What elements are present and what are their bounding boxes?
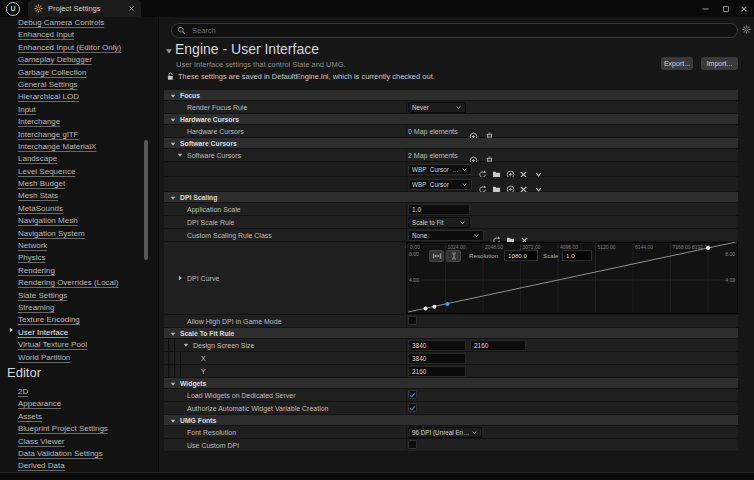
tab-close-icon[interactable]: [128, 5, 135, 12]
category-collapse-icon[interactable]: [170, 117, 176, 123]
row-dpi-scaling[interactable]: DPI Scaling: [164, 192, 738, 203]
category-collapse-icon[interactable]: [170, 331, 176, 337]
minimize-button[interactable]: [697, 0, 714, 17]
section-collapse-icon[interactable]: [165, 47, 173, 55]
sidebar-item-texture-encoding[interactable]: Texture Encoding: [0, 311, 158, 323]
fit-horizontal-button[interactable]: [429, 250, 444, 262]
asset-select[interactable]: WBP_Cursor: [408, 179, 472, 190]
sidebar-item-hierarchical-lod[interactable]: Hierarchical LOD: [0, 88, 158, 100]
row-widgets[interactable]: Widgets: [164, 378, 738, 389]
svg-text:8.00: 8.00: [409, 251, 419, 257]
sidebar-item-data-validation-settings[interactable]: Data Validation Settings: [0, 445, 158, 457]
chevron-down-icon: [455, 104, 462, 111]
svg-text:8.00: 8.00: [725, 251, 735, 257]
search-bar[interactable]: [171, 23, 738, 38]
asset-select[interactable]: WBP_Cursor_Default: [408, 164, 472, 175]
sidebar-item-blueprint-project-settings[interactable]: Blueprint Project Settings: [0, 420, 158, 432]
value-input[interactable]: [470, 340, 526, 351]
sidebar-item-mesh-budget[interactable]: Mesh Budget: [0, 175, 158, 187]
sidebar-item-assets[interactable]: Assets: [0, 408, 158, 420]
sidebar-item-user-interface[interactable]: User Interface: [0, 324, 158, 336]
value-cell: [406, 315, 738, 327]
sidebar-item-network[interactable]: Network: [0, 237, 158, 249]
property-label: Y: [201, 365, 206, 378]
row-focus[interactable]: Focus: [164, 90, 738, 101]
row-software-cursors[interactable]: Software Cursors: [164, 138, 738, 149]
chevron-down-icon: [459, 219, 466, 226]
sidebar-item-streaming[interactable]: Streaming: [0, 299, 158, 311]
sidebar-item-mesh-stats[interactable]: Mesh Stats: [0, 187, 158, 199]
dropdown-render-focus-rule[interactable]: Never: [408, 102, 466, 113]
sidebar-item-metasounds[interactable]: MetaSounds: [0, 200, 158, 212]
class-select[interactable]: None: [408, 230, 484, 241]
property-label: Use Custom DPI: [187, 439, 239, 452]
dpi-curve-editor[interactable]: 0.001024.002048.003072.004096.005120.006…: [406, 242, 738, 314]
sidebar-item-rendering-overrides-local[interactable]: Rendering Overrides (Local): [0, 274, 158, 286]
category-collapse-icon[interactable]: [170, 141, 176, 147]
value-cell: 0 Map elements: [406, 125, 738, 137]
checkbox[interactable]: [408, 403, 417, 412]
expander-icon[interactable]: [183, 342, 189, 348]
page-subtitle: User Interface settings that control Sla…: [176, 60, 346, 69]
export-button[interactable]: Export...: [661, 57, 693, 70]
sidebar-item-landscape[interactable]: Landscape: [0, 150, 158, 162]
sidebar-item-appearance[interactable]: Appearance: [0, 395, 158, 407]
resolution-input[interactable]: [504, 250, 538, 261]
settings-gear-icon[interactable]: [742, 25, 751, 34]
fit-vertical-button[interactable]: [446, 250, 461, 262]
row-hardware-cursors[interactable]: Hardware Cursors: [164, 114, 738, 125]
sidebar-item-general-settings[interactable]: General Settings: [0, 76, 158, 88]
sidebar-item-interchange-materialx[interactable]: Interchange MaterialX: [0, 138, 158, 150]
dropdown-font-resolution[interactable]: 96 DPI (Unreal Engine): [408, 427, 482, 438]
sidebar-item-debug-camera-controls[interactable]: Debug Camera Controls: [0, 17, 158, 26]
row-application-scale: Application Scale: [164, 203, 738, 216]
value-input[interactable]: [408, 204, 470, 215]
sidebar-item-navigation-system[interactable]: Navigation System: [0, 225, 158, 237]
sidebar-item-rendering[interactable]: Rendering: [0, 262, 158, 274]
sidebar-item-input[interactable]: Input: [0, 101, 158, 113]
sidebar-item-garbage-collection[interactable]: Garbage Collection: [0, 64, 158, 76]
expander-icon[interactable]: [177, 275, 183, 281]
sidebar-item-class-viewer[interactable]: Class Viewer: [0, 433, 158, 445]
sidebar-item-enhanced-input[interactable]: Enhanced Input: [0, 26, 158, 38]
sidebar-item-level-sequence[interactable]: Level Sequence: [0, 163, 158, 175]
import-button[interactable]: Import...: [701, 57, 738, 70]
map-elements-count: 0 Map elements: [408, 125, 458, 137]
category-collapse-icon[interactable]: [170, 418, 176, 424]
row-umg-fonts[interactable]: UMG Fonts: [164, 415, 738, 426]
minimize-icon: [701, 4, 710, 13]
sidebar-item-gameplay-debugger[interactable]: Gameplay Debugger: [0, 51, 158, 63]
checkbox[interactable]: [408, 390, 417, 399]
category-collapse-icon[interactable]: [170, 381, 176, 387]
value-input[interactable]: [408, 366, 466, 377]
search-input[interactable]: [190, 25, 732, 36]
sidebar-scrollbar[interactable]: [144, 140, 148, 260]
property-label: Allow High DPI in Game Mode: [187, 315, 282, 328]
sidebar-item-virtual-texture-pool[interactable]: Virtual Texture Pool: [0, 336, 158, 348]
row-scale-to-fit-rule[interactable]: Scale To Fit Rule: [164, 328, 738, 339]
expander-icon[interactable]: [177, 152, 183, 158]
value-input[interactable]: [408, 353, 466, 364]
close-button[interactable]: [735, 0, 752, 17]
sidebar-item-2d[interactable]: 2D: [0, 383, 158, 395]
chevron-down-icon: [473, 232, 480, 239]
sidebar-item-derived-data[interactable]: Derived Data: [0, 457, 158, 469]
scale-input[interactable]: [562, 250, 592, 261]
sidebar-item-interchange-gltf[interactable]: Interchange glTF: [0, 126, 158, 138]
checkout-notice: These settings are saved in DefaultEngin…: [178, 72, 435, 81]
dropdown-dpi-scale-rule[interactable]: Scale to Fit: [408, 217, 470, 228]
checkbox[interactable]: [408, 440, 417, 449]
value-input[interactable]: [408, 340, 466, 351]
sidebar-item-slate-settings[interactable]: Slate Settings: [0, 287, 158, 299]
sidebar-item-physics[interactable]: Physics: [0, 249, 158, 261]
category-collapse-icon[interactable]: [170, 93, 176, 99]
sidebar-item-enhanced-input-editor-only[interactable]: Enhanced Input (Editor Only): [0, 39, 158, 51]
titlebar[interactable]: U Project Settings: [0, 0, 754, 17]
sidebar-item-navigation-mesh[interactable]: Navigation Mesh: [0, 212, 158, 224]
sidebar-item-interchange[interactable]: Interchange: [0, 113, 158, 125]
sidebar-item-world-partition[interactable]: World Partition: [0, 349, 158, 361]
maximize-button[interactable]: [717, 0, 734, 17]
category-collapse-icon[interactable]: [170, 195, 176, 201]
checkbox[interactable]: [408, 316, 417, 325]
tab-project-settings[interactable]: Project Settings: [28, 0, 141, 17]
